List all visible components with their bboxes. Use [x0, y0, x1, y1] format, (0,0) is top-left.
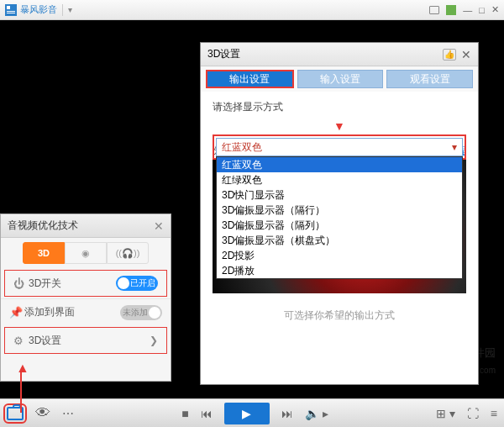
add-label: 添加到界面 — [24, 305, 75, 319]
chevron-down-icon: ▾ — [452, 141, 457, 153]
row-3d-settings[interactable]: ⚙ 3D设置 ❯ — [4, 327, 167, 354]
display-mode-combo[interactable]: 红蓝双色 ▾ — [216, 138, 463, 156]
logo-icon — [5, 4, 17, 16]
display-mode-combo-wrap: 红蓝双色 ▾ 红蓝双色 红绿双色 3D快门显示器 3D偏振显示器（隔行） 3D偏… — [213, 134, 466, 160]
next-button[interactable]: ⏭ — [281, 407, 293, 420]
dropdown-icon[interactable]: ▾ — [68, 5, 72, 14]
segment-3d[interactable]: 3D — [23, 242, 65, 264]
combo-option[interactable]: 红绿双色 — [217, 172, 462, 187]
panel-close-icon[interactable]: ✕ — [154, 219, 164, 233]
3d-settings-dialog: 3D设置 👍 ✕ 输出设置 输入设置 观看设置 请选择显示方式 ▼ 红蓝双色 ▾… — [200, 42, 479, 385]
combo-option[interactable]: 2D播放 — [217, 263, 462, 278]
combo-dropdown: 红蓝双色 红绿双色 3D快门显示器 3D偏振显示器（隔行） 3D偏振显示器（隔列… — [216, 156, 463, 279]
stop-button[interactable]: ■ — [181, 407, 188, 420]
maximize-button[interactable]: □ — [479, 5, 485, 15]
combo-option[interactable]: 3D偏振显示器（隔行） — [217, 203, 462, 218]
panel-title: 音视频优化技术 — [8, 219, 78, 233]
titlebar: 暴风影音 ▾ — □ ✕ — [0, 0, 504, 20]
prev-button[interactable]: ⏮ — [201, 407, 213, 420]
divider — [62, 4, 63, 16]
chevron-right-icon: ❯ — [150, 335, 158, 346]
row-add-ui[interactable]: 📌 添加到界面 未添加 — [1, 298, 171, 325]
dialog-close-icon[interactable]: ✕ — [461, 48, 471, 61]
segment-audio[interactable]: ((🎧)) — [107, 242, 149, 264]
open-icon[interactable]: ⊞ ▾ — [436, 407, 455, 420]
pin-icon: 📌 — [9, 306, 24, 319]
3d-toggle[interactable]: 已开启 — [116, 276, 158, 291]
add-toggle[interactable]: 未添加 — [120, 305, 162, 320]
status-icon[interactable] — [446, 5, 456, 15]
play-button[interactable]: ▶ — [224, 403, 270, 424]
hint-text: 可选择你希望的输出方式 — [201, 308, 478, 323]
annotation-arrow-icon: ▲ — [16, 361, 29, 376]
combo-option[interactable]: 红蓝双色 — [217, 157, 462, 172]
eye-icon[interactable]: 👁 — [35, 404, 50, 422]
combo-option[interactable]: 3D偏振显示器（隔列） — [217, 218, 462, 233]
minimize-button[interactable]: — — [463, 5, 472, 15]
playlist-icon[interactable]: ≡ — [491, 407, 497, 420]
combo-option[interactable]: 3D快门显示器 — [217, 187, 462, 203]
row-3d-switch[interactable]: ⏻ 3D开关 已开启 — [4, 270, 167, 297]
tab-input[interactable]: 输入设置 — [297, 70, 384, 88]
volume-icon[interactable]: 🔈 ▸ — [305, 407, 328, 420]
dialog-title: 3D设置 — [207, 47, 240, 61]
display-prompt: 请选择显示方式 — [213, 100, 466, 114]
app-logo: 暴风影音 — [5, 3, 57, 16]
dialog-tabs: 输出设置 输入设置 观看设置 — [201, 66, 478, 92]
combo-option[interactable]: 2D投影 — [217, 248, 462, 263]
comment-icon[interactable] — [429, 6, 439, 14]
gear-icon: ⚙ — [13, 335, 29, 347]
combo-value: 红蓝双色 — [222, 140, 452, 155]
more-icon[interactable]: ⋯ — [62, 407, 74, 420]
dialog-body: 请选择显示方式 ▼ 红蓝双色 ▾ 红蓝双色 红绿双色 3D快门显示器 3D偏振显… — [201, 92, 478, 168]
fullscreen-icon[interactable]: ⛶ — [467, 407, 479, 420]
thumbs-up-icon[interactable]: 👍 — [443, 49, 456, 61]
switch-label: 3D开关 — [29, 277, 61, 291]
close-button[interactable]: ✕ — [491, 4, 499, 15]
panel-header: 音视频优化技术 ✕ — [1, 214, 171, 238]
settings-label: 3D设置 — [29, 334, 61, 348]
annotation-arrow-down-icon: ▼ — [213, 119, 466, 133]
segment-eye[interactable]: ◉ — [65, 242, 107, 264]
power-icon: ⏻ — [13, 277, 29, 290]
player-bar: 👁 ⋯ ■ ⏮ ▶ ⏭ 🔈 ▸ ⊞ ▾ ⛶ ≡ — [0, 398, 504, 427]
tab-view[interactable]: 观看设置 — [386, 70, 473, 88]
dialog-header: 3D设置 👍 ✕ — [201, 43, 478, 66]
window-controls: — □ ✕ — [429, 4, 499, 15]
segment-tabs: 3D ◉ ((🎧)) — [1, 238, 171, 268]
combo-option[interactable]: 3D偏振显示器（棋盘式） — [217, 233, 462, 248]
av-optimize-panel: 音视频优化技术 ✕ 3D ◉ ((🎧)) ⏻ 3D开关 已开启 📌 添加到界面 … — [0, 214, 171, 382]
tab-output[interactable]: 输出设置 — [206, 70, 294, 88]
app-name: 暴风影音 — [20, 3, 57, 16]
